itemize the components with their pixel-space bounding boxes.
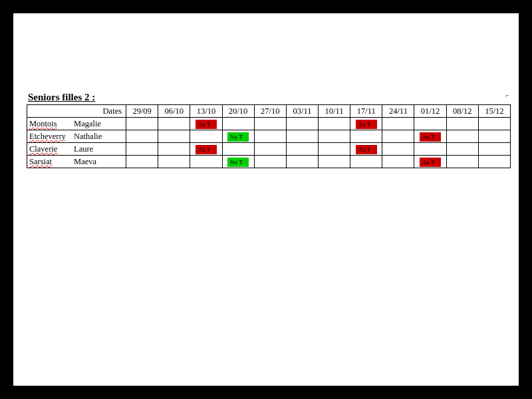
schedule-cell (286, 156, 318, 168)
date-header: 24/11 (382, 105, 414, 118)
schedule-cell (254, 156, 286, 168)
last-name: Etcheverry (29, 132, 72, 142)
schedule-cell (286, 143, 318, 156)
last-name: Claverie (29, 144, 72, 154)
schedule-cell (478, 143, 510, 156)
content-area: Seniors filles 2 : Dates29/0906/1013/102… (27, 92, 511, 168)
status-badge-green: Nx T (227, 158, 249, 167)
date-header: 13/10 (190, 105, 222, 118)
date-header: 06/10 (158, 105, 190, 118)
document-page: ⌐ Seniors filles 2 : Dates29/0906/1013/1… (13, 13, 519, 386)
schedule-cell: Nx T (222, 130, 254, 143)
first-name: Laure (74, 144, 93, 154)
first-name: Maeva (74, 157, 96, 167)
status-badge-red: Ax T (356, 120, 377, 129)
table-row: Etcheverry NathalieNx TAx T (27, 130, 511, 143)
schedule-cell (446, 143, 478, 156)
schedule-cell (254, 118, 286, 130)
schedule-cell (126, 143, 158, 156)
date-header: 08/12 (446, 105, 478, 118)
date-header: 15/12 (478, 105, 510, 118)
schedule-cell (446, 118, 478, 130)
schedule-cell (126, 130, 158, 143)
date-header: 20/10 (222, 105, 254, 118)
schedule-cell (382, 143, 414, 156)
schedule-cell (446, 130, 478, 143)
last-name: Sarsiat (29, 157, 72, 167)
name-cell: Claverie Laure (27, 143, 126, 156)
schedule-cell (382, 130, 414, 143)
schedule-cell (254, 143, 286, 156)
schedule-cell: Ax T (414, 156, 446, 168)
schedule-cell: Ax T (190, 143, 222, 156)
schedule-cell (478, 118, 510, 130)
schedule-cell: Ax T (414, 130, 446, 143)
schedule-cell (382, 156, 414, 168)
schedule-cell (158, 143, 190, 156)
schedule-cell (158, 118, 190, 130)
status-badge-red: Ax T (356, 145, 377, 154)
last-name: Montois (29, 119, 72, 129)
name-cell: Montois Magalie (27, 118, 126, 130)
status-badge-red: Ax T (420, 132, 441, 142)
status-badge-green: Nx T (227, 132, 249, 142)
first-name: Magalie (74, 119, 101, 129)
date-header: 17/11 (350, 105, 382, 118)
table-row: Sarsiat MaevaNx TAx T (27, 156, 511, 168)
schedule-cell: Ax T (350, 143, 382, 156)
schedule-cell (222, 143, 254, 156)
table-row: Claverie LaureAx TAx T (27, 143, 511, 156)
schedule-cell (319, 143, 350, 156)
schedule-cell (350, 130, 382, 143)
date-header: 03/11 (286, 105, 318, 118)
schedule-cell: Ax T (350, 118, 382, 130)
schedule-cell (382, 118, 414, 130)
table-title: Seniors filles 2 : (28, 92, 511, 103)
schedule-cell (446, 156, 478, 168)
schedule-cell (254, 130, 286, 143)
schedule-cell (222, 118, 254, 130)
date-header: 29/09 (126, 105, 158, 118)
schedule-cell (478, 130, 510, 143)
name-cell: Sarsiat Maeva (27, 156, 126, 168)
date-header: 27/10 (254, 105, 286, 118)
header-row: Dates29/0906/1013/1020/1027/1003/1110/11… (27, 105, 511, 118)
schedule-cell (414, 118, 446, 130)
schedule-cell (319, 118, 350, 130)
schedule-cell (319, 156, 350, 168)
schedule-cell (126, 156, 158, 168)
table-row: Montois MagalieAx TAx T (27, 118, 511, 130)
status-badge-red: Ax T (196, 120, 217, 129)
name-cell: Etcheverry Nathalie (27, 130, 126, 143)
date-header: 01/12 (414, 105, 446, 118)
dates-label-cell: Dates (27, 105, 126, 118)
schedule-cell: Ax T (190, 118, 222, 130)
schedule-cell (478, 156, 510, 168)
schedule-cell (190, 130, 222, 143)
schedule-cell (286, 130, 318, 143)
schedule-cell (350, 156, 382, 168)
schedule-cell: Nx T (222, 156, 254, 168)
schedule-cell (190, 156, 222, 168)
first-name: Nathalie (74, 132, 102, 142)
schedule-cell (319, 130, 350, 143)
schedule-cell (414, 143, 446, 156)
status-badge-red: Ax T (196, 145, 217, 154)
schedule-table: Dates29/0906/1013/1020/1027/1003/1110/11… (27, 104, 511, 168)
schedule-cell (158, 130, 190, 143)
status-badge-red: Ax T (420, 158, 441, 167)
date-header: 10/11 (319, 105, 350, 118)
table-body: Dates29/0906/1013/1020/1027/1003/1110/11… (27, 105, 511, 168)
schedule-cell (126, 118, 158, 130)
schedule-cell (286, 118, 318, 130)
schedule-cell (158, 156, 190, 168)
